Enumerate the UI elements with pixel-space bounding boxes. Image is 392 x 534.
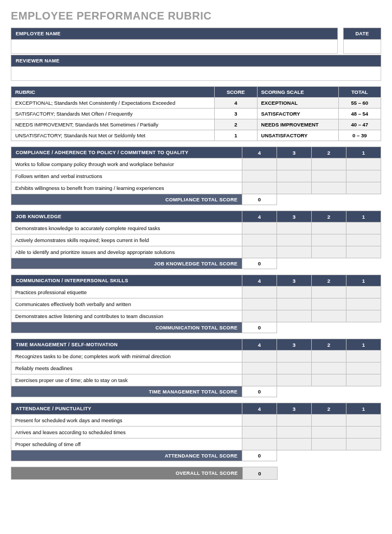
score-cell[interactable] [312,246,346,258]
score-cell[interactable] [312,298,346,310]
criteria-text: Proper scheduling of time off [11,438,242,450]
score-cell[interactable] [312,234,346,246]
rubric-row: SATISFACTORY; Standards Met Often / Freq… [11,109,381,119]
score-cell[interactable] [242,223,277,234]
score-cell[interactable] [346,234,381,246]
score-cell[interactable] [277,170,312,182]
score-cell[interactable] [312,351,346,363]
score-cell[interactable] [346,158,381,170]
score-cell[interactable] [277,182,312,194]
score-cell[interactable] [346,223,381,234]
score-cell[interactable] [346,298,381,310]
criteria-text: Demonstrates knowledge to accurately com… [11,223,242,234]
score-cell[interactable] [312,374,346,386]
score-cell[interactable] [312,427,346,438]
score-cell[interactable] [312,363,346,374]
score-cell[interactable] [277,351,312,363]
score-cell[interactable] [277,158,312,170]
score-cell[interactable] [242,246,277,258]
score-column-header: 4 [242,275,277,287]
score-cell[interactable] [242,427,277,438]
score-cell[interactable] [277,287,312,298]
score-cell[interactable] [242,363,277,374]
score-cell[interactable] [346,182,381,194]
criteria-text: Communicates effectively both verbally a… [11,298,242,310]
score-cell[interactable] [312,170,346,182]
reviewer-name-label: REVIEWER NAME [11,55,381,67]
score-cell[interactable] [346,246,381,258]
criteria-row: Communicates effectively both verbally a… [11,298,381,310]
criteria-text: Demonstrates active listening and contri… [11,310,242,322]
criteria-row: Works to follow company policy through w… [11,158,381,170]
score-cell[interactable] [312,287,346,298]
rubric-desc: NEEDS IMPROVEMENT; Standards Met Sometim… [11,119,215,130]
score-cell[interactable] [346,438,381,450]
score-cell[interactable] [277,310,312,322]
section-total-value: 0 [242,258,277,269]
score-cell[interactable] [242,351,277,363]
score-cell[interactable] [277,415,312,427]
score-cell[interactable] [346,427,381,438]
score-cell[interactable] [242,158,277,170]
score-column-header: 4 [242,339,277,351]
criteria-row: Present for scheduled work days and meet… [11,415,381,427]
overall-total-table: OVERALL TOTAL SCORE 0 [11,467,381,480]
score-column-header: 1 [346,339,381,351]
score-column-header: 1 [346,147,381,158]
reviewer-name-input[interactable] [11,67,381,81]
score-cell[interactable] [312,438,346,450]
criteria-row: Exhibits willingness to benefit from tra… [11,182,381,194]
score-cell[interactable] [242,438,277,450]
section-title: TIME MANAGEMENT / SELF-MOTIVATION [11,339,242,351]
rubric-range: 40 – 47 [338,119,381,130]
score-cell[interactable] [312,223,346,234]
score-column-header: 3 [277,275,312,287]
score-cell[interactable] [346,363,381,374]
score-cell[interactable] [346,351,381,363]
score-column-header: 4 [242,403,277,415]
criteria-row: Arrives and leaves according to schedule… [11,427,381,438]
section-total-row: JOB KNOWLEDGE TOTAL SCORE0 [11,258,381,269]
score-cell[interactable] [312,415,346,427]
score-cell[interactable] [312,310,346,322]
criteria-text: Exercises proper use of time; able to st… [11,374,242,386]
employee-name-input[interactable] [11,40,338,54]
score-cell[interactable] [346,287,381,298]
score-cell[interactable] [346,310,381,322]
score-cell[interactable] [277,246,312,258]
date-input[interactable] [343,40,381,54]
score-cell[interactable] [277,427,312,438]
overall-total-label: OVERALL TOTAL SCORE [11,467,243,480]
score-cell[interactable] [346,415,381,427]
score-column-header: 2 [312,147,346,158]
score-cell[interactable] [277,223,312,234]
score-cell[interactable] [277,374,312,386]
score-cell[interactable] [242,310,277,322]
score-cell[interactable] [312,158,346,170]
section-title: JOB KNOWLEDGE [11,211,242,223]
section-title: COMMUNICATION / INTERPERSONAL SKILLS [11,275,242,287]
score-cell[interactable] [242,415,277,427]
section-total-row: TIME MANAGEMENT TOTAL SCORE0 [11,386,381,397]
score-cell[interactable] [277,363,312,374]
score-cell[interactable] [277,298,312,310]
score-cell[interactable] [277,438,312,450]
section-table: ATTENDANCE / PUNCTUALITY4321Present for … [11,403,381,461]
score-cell[interactable] [242,287,277,298]
score-cell[interactable] [346,374,381,386]
section-title: COMPLIANCE / ADHERENCE TO POLICY / COMMI… [11,147,242,158]
criteria-row: Practices professional etiquette [11,287,381,298]
score-column-header: 2 [312,403,346,415]
score-cell[interactable] [242,374,277,386]
score-cell[interactable] [242,170,277,182]
score-cell[interactable] [242,234,277,246]
score-column-header: 3 [277,147,312,158]
criteria-text: Recognizes tasks to be done; completes w… [11,351,242,363]
scoring-scale-header: SCORING SCALE [257,87,338,98]
score-cell[interactable] [312,182,346,194]
score-cell[interactable] [242,298,277,310]
score-cell[interactable] [277,234,312,246]
score-cell[interactable] [242,182,277,194]
section-title: ATTENDANCE / PUNCTUALITY [11,403,242,415]
score-cell[interactable] [346,170,381,182]
